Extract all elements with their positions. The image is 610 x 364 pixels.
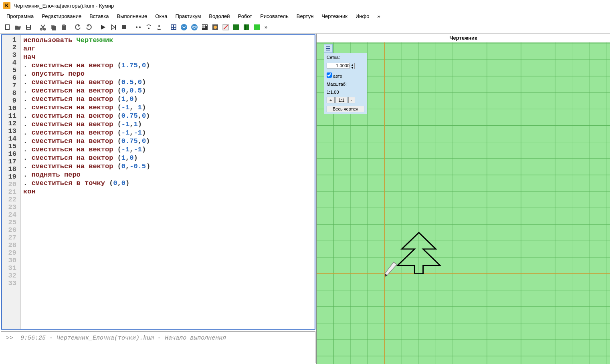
code-editor[interactable]: 1234567891011121314151617181920212223242… bbox=[1, 34, 315, 330]
svg-rect-39 bbox=[244, 24, 249, 30]
svg-marker-15 bbox=[111, 25, 115, 30]
svg-rect-26 bbox=[174, 28, 176, 29]
svg-rect-42 bbox=[257, 24, 260, 27]
stop-icon[interactable] bbox=[119, 23, 128, 32]
svg-point-36 bbox=[214, 26, 217, 29]
cut-icon[interactable] bbox=[38, 23, 47, 32]
svg-rect-5 bbox=[27, 28, 30, 29]
panel-menu-icon[interactable] bbox=[324, 44, 333, 53]
menu-Вертун[interactable]: Вертун bbox=[293, 12, 317, 20]
zoom-out-button[interactable]: - bbox=[348, 97, 355, 103]
actor-1-icon[interactable] bbox=[169, 23, 178, 32]
scale-label: Масштаб: bbox=[324, 80, 367, 88]
code-area[interactable]: использовать Чертежникалгнач. сместиться… bbox=[21, 35, 315, 329]
console: >> 9:56:25 - Чертежник_Елочка(точки).kum… bbox=[1, 331, 315, 363]
line-gutter: 1234567891011121314151617181920212223242… bbox=[2, 35, 21, 329]
fit-button[interactable]: Весь чертеж bbox=[327, 106, 364, 112]
svg-point-19 bbox=[139, 26, 141, 28]
svg-rect-41 bbox=[254, 24, 257, 27]
svg-rect-43 bbox=[254, 27, 257, 30]
svg-point-28 bbox=[191, 24, 198, 30]
svg-rect-16 bbox=[115, 25, 116, 30]
drafter-title: Чертежник bbox=[317, 34, 610, 42]
grid-label: Сетка: bbox=[324, 53, 367, 61]
new-file-icon[interactable] bbox=[3, 23, 12, 32]
actor-vodoley-icon[interactable] bbox=[180, 23, 188, 32]
step-into-icon[interactable] bbox=[144, 23, 153, 32]
redo-icon[interactable] bbox=[84, 23, 93, 32]
svg-rect-32 bbox=[206, 25, 207, 26]
drafter-canvas[interactable]: Сетка: ▴▾ авто Масштаб: 1:1.00 + 1:1 - В… bbox=[317, 42, 610, 364]
menubar: ПрограммаРедактированиеВставкаВыполнение… bbox=[0, 11, 610, 21]
svg-rect-25 bbox=[172, 28, 173, 29]
actor-windows-icon[interactable] bbox=[252, 23, 261, 32]
svg-rect-9 bbox=[52, 26, 56, 30]
app-icon: K bbox=[3, 2, 10, 9]
svg-rect-30 bbox=[202, 25, 204, 26]
grid-step-input[interactable] bbox=[327, 63, 350, 68]
actor-drafter-icon[interactable] bbox=[242, 23, 251, 32]
menu-Окна[interactable]: Окна bbox=[152, 12, 170, 20]
menu-Программа[interactable]: Программа bbox=[3, 12, 37, 20]
menu-Рисователь[interactable]: Рисователь bbox=[257, 12, 291, 20]
open-file-icon[interactable] bbox=[14, 23, 22, 32]
zoom-reset-button[interactable]: 1:1 bbox=[335, 97, 347, 103]
svg-rect-38 bbox=[233, 24, 239, 30]
toolbar: » bbox=[0, 21, 610, 34]
svg-rect-17 bbox=[122, 25, 126, 29]
menu-Робот[interactable]: Робот bbox=[235, 12, 256, 20]
run-step-icon[interactable] bbox=[109, 23, 118, 32]
svg-rect-44 bbox=[257, 27, 260, 30]
actor-turtle-icon[interactable] bbox=[232, 23, 240, 32]
svg-rect-4 bbox=[27, 25, 30, 27]
menu-Практикум[interactable]: Практикум bbox=[172, 12, 204, 20]
actor-grid-icon[interactable] bbox=[200, 23, 209, 32]
auto-checkbox[interactable] bbox=[327, 72, 332, 78]
window-title: Чертежник_Елочка(векторы).kum - Кумир bbox=[14, 3, 114, 9]
menu-Вставка[interactable]: Вставка bbox=[86, 12, 112, 20]
menu-Чертежник[interactable]: Чертежник bbox=[318, 12, 351, 20]
step-over-icon[interactable] bbox=[134, 23, 143, 32]
console-msg: Начало выполнения bbox=[165, 335, 226, 342]
svg-rect-11 bbox=[63, 24, 65, 26]
svg-rect-23 bbox=[172, 25, 173, 27]
main-area: 1234567891011121314151617181920212223242… bbox=[0, 34, 610, 364]
actor-robot-icon[interactable] bbox=[190, 23, 199, 32]
save-file-icon[interactable] bbox=[24, 23, 33, 32]
left-pane: 1234567891011121314151617181920212223242… bbox=[0, 34, 317, 364]
actor-paint-icon[interactable] bbox=[221, 23, 230, 32]
run-icon[interactable] bbox=[99, 23, 107, 32]
toolbar-more[interactable]: » bbox=[263, 24, 267, 30]
console-time: 9:56:25 bbox=[20, 335, 46, 342]
svg-point-20 bbox=[148, 28, 149, 29]
menu-Выполнение[interactable]: Выполнение bbox=[113, 12, 150, 20]
svg-rect-24 bbox=[174, 25, 176, 27]
menu-Инфо[interactable]: Инфо bbox=[352, 12, 372, 20]
svg-rect-34 bbox=[204, 26, 205, 28]
undo-icon[interactable] bbox=[74, 23, 83, 32]
svg-point-21 bbox=[158, 25, 160, 27]
menu-»[interactable]: » bbox=[374, 12, 383, 20]
right-pane: Чертежник Сетка: ▴▾ авто Масштаб: 1:1.00… bbox=[317, 34, 610, 364]
menu-Редактирование[interactable]: Редактирование bbox=[38, 12, 85, 20]
zoom-in-button[interactable]: + bbox=[327, 97, 335, 103]
spinner-icon[interactable]: ▴▾ bbox=[350, 63, 355, 69]
svg-rect-1 bbox=[6, 25, 9, 29]
drafter-panel: Сетка: ▴▾ авто Масштаб: 1:1.00 + 1:1 - В… bbox=[324, 53, 367, 114]
svg-marker-14 bbox=[101, 25, 105, 30]
svg-point-18 bbox=[136, 26, 137, 28]
scale-value: 1:1.00 bbox=[324, 88, 367, 96]
menu-Водолей[interactable]: Водолей bbox=[206, 12, 233, 20]
svg-marker-2 bbox=[15, 26, 21, 30]
step-out-icon[interactable] bbox=[155, 23, 164, 32]
svg-rect-40 bbox=[245, 24, 246, 30]
auto-label: авто bbox=[333, 74, 342, 78]
paste-icon[interactable] bbox=[59, 23, 68, 32]
svg-rect-31 bbox=[204, 25, 205, 26]
svg-rect-33 bbox=[202, 26, 204, 28]
copy-icon[interactable] bbox=[49, 23, 58, 32]
titlebar: K Чертежник_Елочка(векторы).kum - Кумир bbox=[0, 0, 610, 11]
console-file: Чертежник_Елочка(точки).kum bbox=[57, 335, 154, 342]
console-prompt: >> bbox=[6, 335, 13, 342]
actor-draw-icon[interactable] bbox=[211, 23, 220, 32]
